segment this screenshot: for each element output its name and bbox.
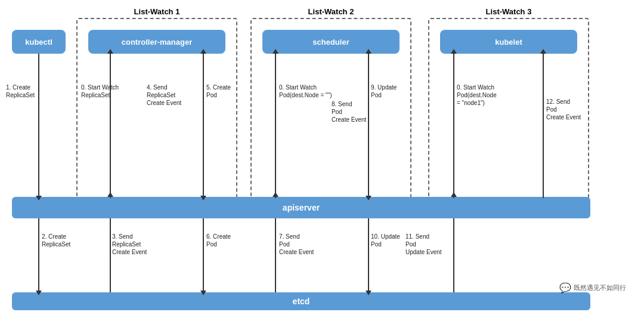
step7-arrow bbox=[273, 192, 278, 197]
list-watch-3-label: List-Watch 3 bbox=[440, 7, 577, 16]
step0a-arrow bbox=[107, 49, 113, 54]
sched-right-vline bbox=[368, 54, 369, 198]
sched-left-vline bbox=[275, 54, 276, 198]
list-watch-1-label: List-Watch 1 bbox=[88, 7, 225, 16]
step11-arrow bbox=[451, 192, 457, 197]
step6-label: 6. Create Pod bbox=[206, 233, 231, 248]
step10-arrow bbox=[366, 291, 371, 295]
step1-label: 1. Create ReplicaSet bbox=[6, 84, 35, 99]
watermark-text: 既然遇见不如同行 bbox=[574, 283, 626, 292]
cm-right-vline bbox=[203, 54, 204, 198]
step7-label: 7. Send Pod Create Event bbox=[279, 233, 314, 256]
scheduler-component: scheduler bbox=[262, 30, 400, 54]
step6-arrow bbox=[200, 291, 206, 295]
step4-arrow bbox=[200, 49, 206, 54]
diagram-container: List-Watch 1 List-Watch 2 List-Watch 3 k… bbox=[0, 0, 644, 315]
step0c-label: 0. Start Watch Pod(dest.Node = "node1") bbox=[457, 84, 497, 107]
step0a-label: 0. Start Watch ReplicaSet bbox=[81, 84, 119, 99]
step10-label: 10. Update Pod bbox=[371, 233, 400, 248]
kubectl-vline bbox=[38, 54, 39, 198]
list-watch-2-label: List-Watch 2 bbox=[262, 7, 400, 16]
step5-arrow bbox=[200, 196, 206, 200]
step2-arrow bbox=[36, 291, 42, 295]
cm-left-vline bbox=[110, 54, 111, 198]
step12-arrow bbox=[540, 49, 546, 54]
step1-arrow bbox=[36, 196, 42, 200]
cm-vline-lower bbox=[110, 218, 111, 292]
etcd-component: etcd bbox=[12, 292, 590, 310]
step9-arrow bbox=[366, 196, 371, 200]
apiserver-component: apiserver bbox=[12, 197, 590, 218]
step12-label: 12. Send Pod Create Event bbox=[546, 98, 581, 121]
sched-left-vline-lower bbox=[275, 218, 276, 292]
step0b-arrow bbox=[273, 49, 278, 54]
kubectl-component: kubectl bbox=[12, 30, 66, 54]
step11-label: 11. Send Pod Update Event bbox=[405, 233, 442, 256]
kubelet-vline-lower bbox=[453, 218, 454, 292]
step0b-label: 0. Start Watch Pod(dest.Node = "") bbox=[279, 84, 332, 99]
step8-arrow bbox=[366, 49, 371, 54]
step2-label: 2. Create ReplicaSet bbox=[42, 233, 70, 248]
step5-label: 5. Create Pod bbox=[206, 84, 231, 99]
step3-label: 3. Send ReplicaSet Create Event bbox=[112, 233, 147, 256]
kubectl-vline-lower bbox=[38, 218, 39, 292]
step8-label: 8. Send Pod Create Event bbox=[332, 100, 366, 123]
step0c-arrow bbox=[451, 49, 457, 54]
kubelet-right-vline bbox=[543, 54, 544, 198]
sched-right-vline-lower bbox=[368, 218, 369, 292]
step9-label: 9. Update Pod bbox=[371, 84, 397, 99]
cm-right-vline-lower bbox=[203, 218, 204, 292]
kubelet-left-vline bbox=[453, 54, 454, 198]
step4-label: 4. Send ReplicaSet Create Event bbox=[147, 84, 181, 107]
watermark: 💬 既然遇见不如同行 bbox=[559, 282, 626, 294]
kubelet-component: kubelet bbox=[440, 30, 577, 54]
step3-arrow-up bbox=[107, 192, 113, 197]
